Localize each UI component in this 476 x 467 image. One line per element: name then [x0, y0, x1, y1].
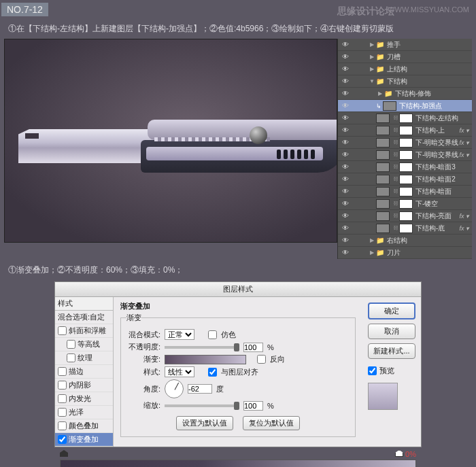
layer-row[interactable]: 👁▶📁刀片 — [338, 247, 472, 259]
gradient-preview[interactable] — [165, 355, 246, 364]
scale-slider[interactable] — [165, 404, 239, 407]
opacity-slider[interactable] — [165, 346, 239, 349]
folder-arrow-icon[interactable]: ▶ — [368, 54, 376, 60]
visibility-icon[interactable]: 👁 — [338, 249, 353, 256]
style-item[interactable]: 颜色叠加 — [55, 419, 113, 433]
layer-label: 下结构 — [387, 77, 472, 86]
layer-row[interactable]: 👁⛓下结构-上fx ▾ — [338, 124, 472, 137]
visibility-icon[interactable]: 👁 — [338, 200, 353, 207]
style-item[interactable]: 等高线 — [55, 338, 113, 351]
style-item[interactable]: 内阴影 — [55, 379, 113, 392]
visibility-icon[interactable]: 👁 — [338, 41, 353, 48]
visibility-icon[interactable]: 👁 — [338, 224, 353, 232]
visibility-icon[interactable]: 👁 — [338, 126, 353, 134]
fx-icon[interactable]: fx ▾ — [459, 213, 472, 220]
cancel-button[interactable]: 取消 — [368, 324, 415, 339]
visibility-icon[interactable]: 👁 — [338, 90, 353, 97]
gradient-bar-color[interactable] — [60, 460, 416, 467]
visibility-icon[interactable]: 👁 — [338, 212, 353, 220]
style-item[interactable]: 内发光 — [55, 392, 113, 406]
style-item[interactable]: 纹理 — [55, 351, 113, 365]
layer-row[interactable]: 👁▶📁下结构-修饰 — [338, 88, 472, 100]
visibility-icon[interactable]: 👁 — [338, 151, 353, 158]
visibility-icon[interactable]: 👁 — [338, 139, 353, 146]
fx-icon[interactable]: fx ▾ — [459, 127, 472, 134]
blend-mode-select[interactable]: 正常 — [165, 329, 194, 340]
style-select[interactable]: 线性 — [165, 366, 194, 377]
folder-arrow-icon[interactable]: ▶ — [368, 249, 376, 256]
ok-button[interactable]: 确定 — [368, 302, 415, 319]
layer-row[interactable]: 👁⛓下结构-暗面3 — [338, 161, 472, 173]
layer-row[interactable]: 👁▶📁刀槽 — [338, 51, 472, 63]
layer-label: 推手 — [387, 40, 472, 50]
style-checkbox[interactable] — [58, 326, 67, 335]
visibility-icon[interactable]: 👁 — [338, 114, 353, 122]
layer-label: 下结构-左结构 — [415, 114, 472, 123]
style-checkbox[interactable] — [58, 367, 67, 376]
scale-input[interactable] — [243, 401, 263, 411]
style-checkbox[interactable] — [58, 408, 67, 417]
layer-row[interactable]: 👁▼📁下结构 — [338, 75, 472, 88]
layer-row[interactable]: 👁⛓下结构-暗面 — [338, 186, 472, 198]
style-checkbox[interactable] — [67, 340, 75, 349]
visibility-icon[interactable]: 👁 — [338, 77, 353, 85]
new-style-button[interactable]: 新建样式... — [368, 343, 415, 359]
layer-row[interactable]: 👁↳下结构-加强点 — [338, 100, 472, 112]
layer-row[interactable]: 👁⛓下-明暗交界线2fx ▾ — [338, 149, 472, 161]
style-item[interactable]: 光泽 — [55, 406, 113, 419]
style-checkbox[interactable] — [58, 435, 67, 444]
opacity-stop-right-icon[interactable] — [395, 450, 403, 457]
style-label: 光泽 — [69, 407, 84, 417]
visibility-icon[interactable]: 👁 — [338, 163, 353, 171]
layer-label: 刀片 — [387, 248, 472, 258]
visibility-icon[interactable]: 👁 — [338, 65, 353, 73]
dialog-title: 图层样式 — [55, 282, 421, 297]
preview-checkbox[interactable] — [368, 366, 377, 375]
style-checkbox[interactable] — [58, 421, 67, 430]
instruction-top: ①在【下结构-左结构】上新建图层【下结构-加强点】；②色值:4b5966；③绘制… — [0, 16, 476, 39]
fx-icon[interactable]: fx ▾ — [459, 139, 472, 146]
folder-arrow-icon[interactable]: ▶ — [376, 90, 384, 97]
opacity-input[interactable] — [243, 343, 263, 352]
fx-icon[interactable]: fx ▾ — [459, 225, 472, 232]
reverse-checkbox[interactable] — [257, 355, 266, 364]
style-checkbox[interactable] — [67, 353, 75, 362]
blend-options-row[interactable]: 混合选项:自定 — [55, 311, 113, 324]
style-checkbox[interactable] — [58, 381, 67, 390]
layer-row[interactable]: 👁⛓下-镂空 — [338, 198, 472, 210]
layer-row[interactable]: 👁▶📁上结构 — [338, 63, 472, 75]
layer-row[interactable]: 👁▶📁右结构 — [338, 235, 472, 247]
visibility-icon[interactable]: 👁 — [338, 53, 353, 60]
layer-row[interactable]: 👁⛓下-明暗交界线fx ▾ — [338, 137, 472, 149]
mask-thumb — [399, 224, 413, 233]
style-item[interactable]: 渐变叠加 — [55, 433, 113, 447]
layer-row[interactable]: 👁▶📁推手 — [338, 39, 472, 51]
layer-row[interactable]: 👁⛓下结构-底fx ▾ — [338, 222, 472, 235]
fx-icon[interactable]: fx ▾ — [459, 152, 472, 158]
visibility-icon[interactable]: 👁 — [338, 188, 353, 195]
layer-row[interactable]: 👁⛓下结构-亮面fx ▾ — [338, 210, 472, 222]
reset-default-button[interactable]: 复位为默认值 — [243, 416, 300, 430]
angle-dial[interactable] — [165, 379, 184, 398]
layers-panel[interactable]: 👁▶📁推手👁▶📁刀槽👁▶📁上结构👁▼📁下结构👁▶📁下结构-修饰👁↳下结构-加强点… — [337, 39, 472, 259]
link-icon: ⛓ — [392, 225, 399, 231]
visibility-icon[interactable]: 👁 — [338, 237, 353, 244]
visibility-icon[interactable]: 👁 — [338, 175, 353, 183]
opacity-stop-left-icon[interactable] — [60, 450, 68, 457]
canvas-artboard[interactable] — [4, 39, 337, 243]
folder-arrow-icon[interactable]: ▼ — [368, 78, 376, 84]
visibility-icon[interactable]: 👁 — [338, 102, 353, 109]
dither-checkbox[interactable] — [208, 330, 217, 339]
folder-arrow-icon[interactable]: ▶ — [368, 41, 376, 48]
style-item[interactable]: 描边 — [55, 365, 113, 379]
style-checkbox[interactable] — [58, 394, 67, 403]
angle-input[interactable] — [188, 384, 212, 394]
align-checkbox[interactable] — [208, 368, 217, 377]
folder-arrow-icon[interactable]: ▶ — [368, 237, 376, 243]
folder-arrow-icon[interactable]: ▶ — [368, 66, 376, 72]
style-label: 内发光 — [69, 394, 91, 404]
set-default-button[interactable]: 设置为默认值 — [176, 416, 233, 430]
layer-row[interactable]: 👁⛓下结构-暗面2 — [338, 173, 472, 186]
style-item[interactable]: 斜面和浮雕 — [55, 324, 113, 338]
layer-row[interactable]: 👁⛓下结构-左结构 — [338, 112, 472, 124]
